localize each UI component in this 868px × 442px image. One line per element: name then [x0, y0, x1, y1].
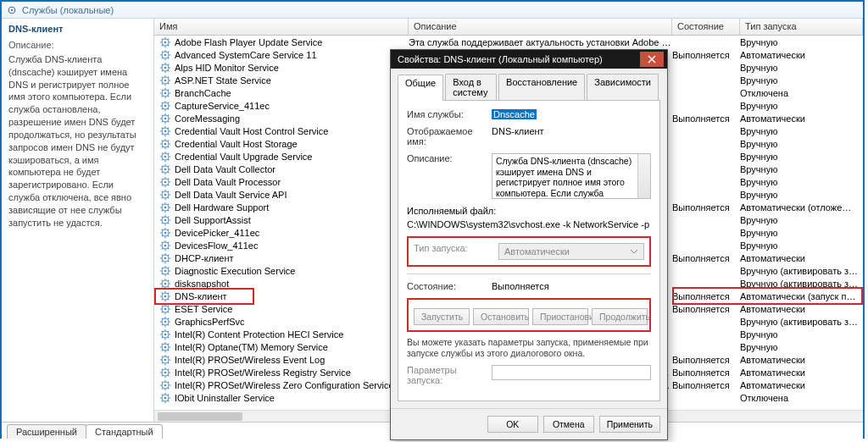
svg-point-13 [164, 104, 167, 107]
val-svc-name: Dnscache [492, 109, 537, 119]
start-button[interactable]: Запустить [414, 308, 470, 325]
close-icon [648, 55, 656, 64]
svg-point-27 [164, 193, 167, 196]
svg-point-49 [164, 333, 167, 335]
start-type-highlight: Тип запуска: Автоматически [407, 236, 651, 267]
lbl-state: Состояние: [407, 281, 492, 291]
svg-point-37 [164, 257, 167, 259]
tab-standard[interactable]: Стандартный [86, 424, 163, 439]
svg-point-21 [164, 155, 167, 157]
svg-point-41 [164, 282, 167, 285]
params-input[interactable] [492, 365, 651, 380]
tree-title: Службы (локальные) [22, 5, 114, 15]
svg-point-35 [164, 244, 167, 246]
col-name[interactable]: Имя [154, 19, 409, 35]
table-row[interactable]: Adobe Flash Player Update ServiceЭта слу… [154, 36, 863, 48]
params-note: Вы можете указать параметры запуска, при… [407, 337, 651, 358]
lbl-exe: Исполняемый файл: [407, 206, 651, 216]
val-desc: Служба DNS-клиента (dnscache) кэширует и… [492, 153, 651, 199]
gear-icon [7, 5, 17, 15]
svg-point-33 [164, 231, 167, 234]
tree-header: Службы (локальные) [2, 2, 863, 19]
dlg-tab-general[interactable]: Общие [398, 75, 443, 101]
val-state: Выполняется [492, 281, 651, 291]
ok-button[interactable]: OK [487, 416, 538, 433]
control-buttons-highlight: Запустить Остановить Приостановить Продо… [407, 298, 651, 332]
svg-point-3 [164, 41, 167, 43]
lbl-svc-name: Имя службы: [407, 109, 492, 119]
dlg-tab-recovery[interactable]: Восстановление [498, 74, 585, 100]
svg-point-51 [164, 345, 167, 348]
col-start[interactable]: Тип запуска [740, 19, 863, 35]
svg-point-47 [164, 320, 167, 323]
dlg-tab-deps[interactable]: Зависимости [587, 74, 659, 100]
svg-point-7 [164, 66, 167, 69]
svg-point-9 [164, 79, 167, 81]
svg-point-5 [164, 53, 167, 56]
tab-extended[interactable]: Расширенный [7, 424, 86, 439]
pause-button[interactable]: Приостановить [532, 308, 588, 325]
svg-point-45 [164, 307, 167, 310]
col-state[interactable]: Состояние [672, 19, 740, 35]
start-type-combo[interactable]: Автоматически [498, 243, 644, 260]
chevron-down-icon [630, 247, 638, 256]
svg-point-25 [164, 180, 167, 183]
svg-point-59 [164, 396, 167, 399]
svg-point-1 [11, 8, 13, 10]
svg-point-19 [164, 142, 167, 145]
description-text: Служба DNS-клиента (dnscache) кэширует и… [8, 53, 147, 229]
description-label: Описание: [8, 39, 147, 52]
page-title: DNS-клиент [2, 19, 153, 37]
columns-header: Имя Описание Состояние Тип запуска [154, 19, 863, 36]
lbl-start-type: Тип запуска: [414, 243, 498, 260]
svg-point-55 [164, 371, 167, 373]
lbl-disp-name: Отображаемое имя: [407, 126, 492, 146]
svg-point-29 [164, 206, 167, 208]
svg-point-15 [164, 117, 167, 119]
svg-point-23 [164, 168, 167, 170]
stop-button[interactable]: Остановить [473, 308, 529, 325]
close-button[interactable] [640, 52, 664, 67]
svg-point-31 [164, 218, 167, 221]
svg-point-17 [164, 130, 167, 132]
col-desc[interactable]: Описание [409, 19, 672, 35]
svg-point-53 [164, 358, 167, 361]
svg-point-11 [164, 91, 167, 94]
resume-button[interactable]: Продолжить [592, 308, 648, 325]
svg-point-43 [164, 295, 167, 297]
lbl-desc: Описание: [407, 153, 492, 199]
val-disp-name: DNS-клиент [492, 126, 651, 146]
dialog-title: Свойства: DNS-клиент (Локальный компьюте… [398, 54, 603, 64]
svg-point-57 [164, 384, 167, 386]
properties-dialog: Свойства: DNS-клиент (Локальный компьюте… [390, 49, 668, 440]
lbl-params: Параметры запуска: [407, 365, 492, 385]
cancel-button[interactable]: Отмена [543, 416, 594, 433]
val-exe: C:\WINDOWS\system32\svchost.exe -k Netwo… [407, 219, 651, 229]
start-type-value: Автоматически [504, 246, 570, 257]
dlg-tab-logon[interactable]: Вход в систему [445, 74, 497, 100]
apply-button[interactable]: Применить [599, 416, 660, 433]
svg-point-39 [164, 269, 167, 272]
